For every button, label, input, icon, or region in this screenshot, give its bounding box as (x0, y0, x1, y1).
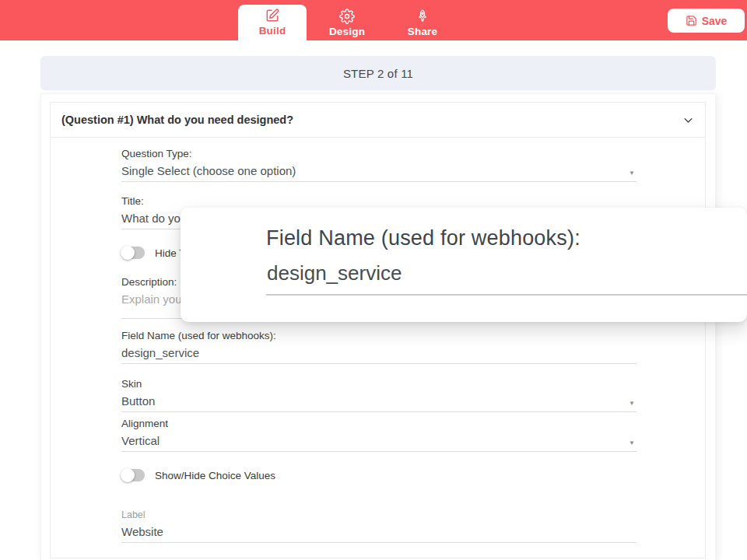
question-type-label: Question Type: (121, 148, 637, 160)
save-icon (686, 15, 697, 26)
alignment-label: Alignment (121, 418, 637, 430)
save-button-label: Save (702, 15, 728, 27)
step-text: STEP 2 of 11 (343, 67, 413, 80)
choice-label-value: Website (121, 525, 163, 538)
save-button[interactable]: Save (668, 9, 745, 33)
select-caret-icon: ▼ (629, 436, 635, 450)
rocket-icon (415, 9, 430, 24)
magnifier-underline (266, 294, 747, 296)
select-caret-icon: ▼ (629, 397, 635, 411)
field-name-magnifier-popup: Field Name (used for webhooks): design_s… (181, 208, 747, 322)
tab-share[interactable]: Share (391, 5, 454, 40)
alignment-value: Vertical (121, 434, 160, 447)
tab-design-label: Design (329, 26, 365, 37)
toggle-knob (121, 246, 135, 260)
skin-value: Button (121, 394, 155, 408)
alignment-group: Alignment Vertical ▼ (121, 418, 637, 452)
question-type-select[interactable]: Single Select (choose one option) ▼ (121, 164, 637, 182)
choice-values-toggle-label: Show/Hide Choice Values (155, 470, 275, 481)
choice-values-toggle[interactable] (121, 469, 145, 481)
magnifier-field-name-label: Field Name (used for webhooks): (266, 226, 580, 250)
toggle-knob (121, 468, 135, 482)
hide-title-toggle-row: Hide T (121, 246, 186, 260)
field-name-group: Field Name (used for webhooks): design_s… (121, 330, 637, 364)
question-type-value: Single Select (choose one option) (121, 164, 296, 177)
skin-label: Skin (121, 378, 637, 390)
question-type-group: Question Type: Single Select (choose one… (121, 148, 637, 182)
title-label: Title: (121, 195, 637, 208)
alignment-select[interactable]: Vertical ▼ (121, 434, 637, 452)
field-name-label: Field Name (used for webhooks): (121, 330, 637, 342)
question-accordion-header[interactable]: (Question #1) What do you need designed? (51, 103, 705, 138)
pencil-icon (265, 8, 280, 23)
chevron-down-icon[interactable] (682, 114, 694, 126)
select-caret-icon: ▼ (629, 166, 635, 180)
choice-values-toggle-row: Show/Hide Choice Values (121, 468, 275, 482)
tab-build[interactable]: Build (238, 5, 307, 40)
gear-icon (339, 9, 355, 24)
magnifier-field-name-value: design_service (267, 261, 402, 285)
tab-build-label: Build (259, 25, 286, 37)
question-panel: (Question #1) What do you need designed?… (50, 102, 706, 558)
skin-select[interactable]: Button ▼ (121, 394, 637, 412)
choice-label-label: Label (121, 509, 637, 521)
title-value: What do you (121, 212, 187, 225)
form-builder-card: (Question #1) What do you need designed?… (40, 93, 716, 560)
hide-title-toggle[interactable] (121, 247, 145, 259)
app-header: Build Design Share (0, 0, 747, 40)
tab-share-label: Share (408, 26, 438, 37)
choice-label-group: Label Website (121, 509, 637, 543)
question-title: (Question #1) What do you need designed? (61, 114, 293, 126)
step-indicator: STEP 2 of 11 (40, 56, 716, 90)
field-name-value: design_service (121, 346, 199, 359)
tab-design[interactable]: Design (316, 5, 378, 40)
choice-label-input[interactable]: Website (121, 525, 637, 543)
field-name-input[interactable]: design_service (121, 346, 637, 364)
skin-group: Skin Button ▼ (121, 378, 637, 412)
